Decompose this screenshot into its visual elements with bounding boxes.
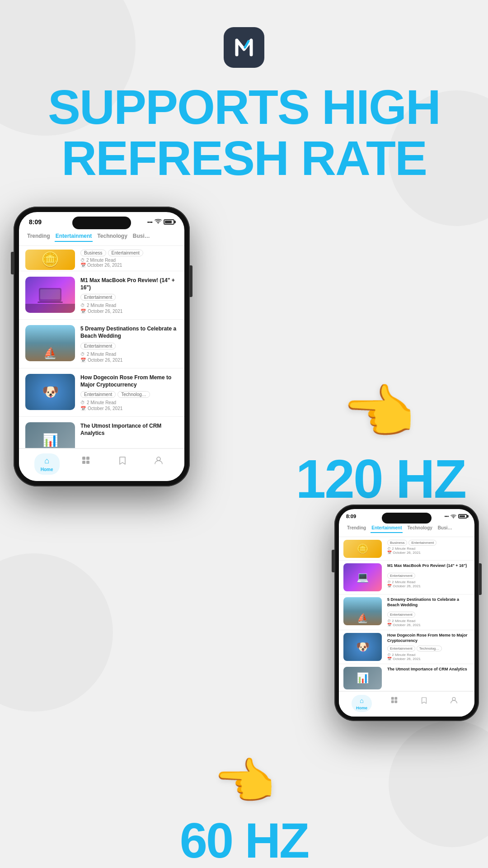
article-card-4-large[interactable]: 🐶 How Dogecoin Rose From Meme to Major C… xyxy=(19,368,184,417)
article-list-large: 🪙 Business Entertainment ⏱2 Minute Read xyxy=(19,246,184,448)
article-thumb-5-large: 📊 xyxy=(25,422,75,448)
article-thumb-4-small: 🐶 xyxy=(343,633,382,661)
tab-entertainment-small[interactable]: Entertainment xyxy=(371,524,403,533)
tag-technology-4: Technolog… xyxy=(117,391,150,398)
home-label-small: Home xyxy=(356,706,367,710)
tab-business-small[interactable]: Busi… xyxy=(437,524,453,533)
date-2: 📅October 26, 2021 xyxy=(80,309,178,314)
tag-e-1-small: Entertainment xyxy=(408,540,436,546)
article-content-4-large: How Dogecoin Rose From Meme to Major Cry… xyxy=(80,374,178,411)
article-card-2-large[interactable]: M1 Max MacBook Pro Review! (14" + 16") E… xyxy=(19,271,184,320)
tag-entertainment-1: Entertainment xyxy=(108,250,143,256)
svg-point-14 xyxy=(452,698,455,701)
article-thumb-1-small: 🪙 xyxy=(343,540,382,558)
tag-business-1: Business xyxy=(80,250,106,256)
svg-rect-11 xyxy=(394,697,397,700)
tab-technology-large[interactable]: Technology xyxy=(96,231,128,242)
article-card-1-small[interactable]: 🪙 Business Entertainment ⏱ 2 Minute Read… xyxy=(339,537,474,561)
article-title-3-small: 5 Dreamy Destinations to Celebrate a Bea… xyxy=(387,597,470,608)
article-title-4-large: How Dogecoin Rose From Meme to Major Cry… xyxy=(80,374,178,388)
wifi-icon xyxy=(155,218,162,225)
article-card-1-large[interactable]: 🪙 Business Entertainment ⏱2 Minute Read xyxy=(19,246,184,271)
phone-small: 8:09 ▪▪▪ Trending Entertainment Technolo… xyxy=(334,505,479,721)
tab-trending-large[interactable]: Trending xyxy=(26,231,51,242)
tag-entertainment-2: Entertainment xyxy=(80,294,116,301)
article-thumb-5-small: 📊 xyxy=(343,667,382,689)
phone-small-outer: 8:09 ▪▪▪ Trending Entertainment Technolo… xyxy=(334,505,479,721)
article-card-3-small[interactable]: ⛵ 5 Dreamy Destinations to Celebrate a B… xyxy=(339,594,474,630)
article-thumb-2-large xyxy=(25,277,75,313)
pointing-hand-left-icon: 👈 xyxy=(213,753,275,811)
article-meta-4-large: ⏱2 Minute Read 📅October 26, 2021 xyxy=(80,400,178,411)
bottom-nav-small: ⌂ Home xyxy=(339,691,474,717)
read-time-4: ⏱2 Minute Read xyxy=(80,400,178,405)
article-card-5-small[interactable]: 📊 The Utmost Importance of CRM Analytics xyxy=(339,664,474,691)
article-title-2-large: M1 Max MacBook Pro Review! (14" + 16") xyxy=(80,277,178,291)
bottom-nav-home-small[interactable]: ⌂ Home xyxy=(352,695,372,712)
article-card-4-small[interactable]: 🐶 How Dogecoin Rose From Meme to Major C… xyxy=(339,630,474,664)
phones-section: 8:09 ▪▪▪ Trending Entertainment xyxy=(0,184,488,486)
tag-entertainment-4: Entertainment xyxy=(80,391,116,398)
logo-container xyxy=(0,0,488,68)
signal-icon: ▪▪▪ xyxy=(147,219,153,225)
phone-large-screen: 8:09 ▪▪▪ Trending Entertainment xyxy=(19,212,184,481)
article-title-5-small: The Utmost Importance of CRM Analytics xyxy=(387,667,470,672)
status-icons-small: ▪▪▪ xyxy=(444,514,467,519)
article-meta-3-large: ⏱2 Minute Read 📅October 26, 2021 xyxy=(80,352,178,363)
tab-technology-small[interactable]: Technology xyxy=(406,524,433,533)
nav-tabs-large: Trending Entertainment Technology Busi… xyxy=(19,228,184,246)
bottom-nav-profile-small[interactable] xyxy=(446,695,462,712)
status-time-large: 8:09 xyxy=(29,218,42,226)
article-content-2-large: M1 Max MacBook Pro Review! (14" + 16") E… xyxy=(80,277,178,314)
wifi-icon-small xyxy=(450,514,456,519)
phone-small-screen: 8:09 ▪▪▪ Trending Entertainment Technolo… xyxy=(339,509,474,717)
bookmark-icon-small xyxy=(421,697,427,705)
article-title-5-large: The Utmost Importance of CRM Analytics xyxy=(80,422,178,437)
tab-trending-small[interactable]: Trending xyxy=(346,524,367,533)
bottom-nav-grid-small[interactable] xyxy=(386,695,402,712)
status-time-small: 8:09 xyxy=(346,514,356,519)
bottom-nav-bookmark-small[interactable] xyxy=(417,695,432,712)
svg-rect-3 xyxy=(38,302,63,303)
phone-small-container: 8:09 ▪▪▪ Trending Entertainment Technolo… xyxy=(0,450,488,721)
article-tags-4-large: Entertainment Technolog… xyxy=(80,391,178,398)
article-thumb-4-large: 🐶 xyxy=(25,374,75,410)
home-icon-small: ⌂ xyxy=(360,697,364,704)
article-thumb-2-small: 💻 xyxy=(343,563,382,591)
tag-e-3-small: Entertainment xyxy=(387,612,415,618)
tag-entertainment-3: Entertainment xyxy=(80,343,116,349)
date-4: 📅October 26, 2021 xyxy=(80,406,178,411)
date-3: 📅October 26, 2021 xyxy=(80,358,178,363)
battery-icon-small xyxy=(458,514,467,519)
article-title-3-large: 5 Dreamy Destinations to Celebrate a Bea… xyxy=(80,325,178,340)
article-title-4-small: How Dogecoin Rose From Meme to Major Cry… xyxy=(387,633,470,643)
article-card-5-large[interactable]: 📊 The Utmost Importance of CRM Analytics xyxy=(19,417,184,448)
tab-business-large[interactable]: Busi… xyxy=(132,231,151,242)
article-card-3-large[interactable]: ⛵ 5 Dreamy Destinations to Celebrate a B… xyxy=(19,320,184,368)
article-meta-2-large: ⏱2 Minute Read 📅October 26, 2021 xyxy=(80,303,178,314)
app-logo xyxy=(224,27,264,68)
svg-rect-2 xyxy=(40,289,60,299)
article-thumb-1-large: 🪙 xyxy=(25,250,75,270)
tag-e-2-small: Entertainment xyxy=(387,573,415,579)
article-card-2-small[interactable]: 💻 M1 Max MacBook Pro Review! (14" + 16")… xyxy=(339,561,474,594)
article-list-small: 🪙 Business Entertainment ⏱ 2 Minute Read… xyxy=(339,537,474,691)
tag-b-1-small: Business xyxy=(387,540,407,546)
svg-point-0 xyxy=(158,223,159,224)
svg-rect-13 xyxy=(394,701,397,703)
svg-rect-12 xyxy=(391,701,394,703)
article-content-3-large: 5 Dreamy Destinations to Celebrate a Bea… xyxy=(80,325,178,362)
bottom-hz-section: 👈 60 HZ xyxy=(0,735,488,868)
battery-icon xyxy=(164,219,174,225)
logo-svg xyxy=(231,35,257,60)
tab-entertainment-large[interactable]: Entertainment xyxy=(55,231,93,242)
article-thumb-3-large: ⛵ xyxy=(25,325,75,361)
signal-icon-small: ▪▪▪ xyxy=(444,514,449,519)
tag-t-4-small: Technolog… xyxy=(417,646,442,651)
status-icons-large: ▪▪▪ xyxy=(147,218,174,225)
phone-small-notch xyxy=(382,513,432,524)
article-tags-2-large: Entertainment xyxy=(80,294,178,301)
phone-large-notch xyxy=(72,217,131,229)
headline-section: SUPPORTS HIGH REFRESH RATE xyxy=(0,68,488,184)
read-time-3: ⏱2 Minute Read xyxy=(80,352,178,357)
